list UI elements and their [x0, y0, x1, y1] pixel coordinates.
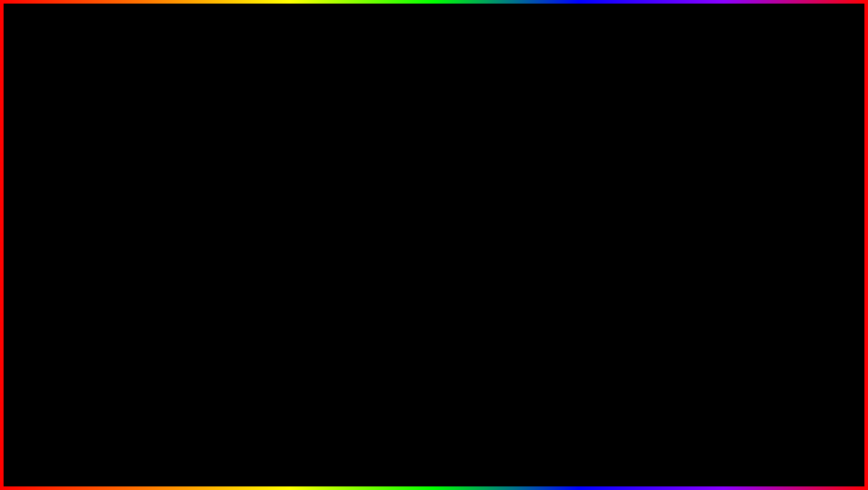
bottom-script-pastebin-text: SCRIPT PASTEBIN: [313, 441, 593, 476]
svg-point-8: [744, 398, 746, 400]
svg-point-25: [805, 396, 807, 399]
leave-insane-dungeon-row: Leave Insane Dungeon At: [351, 200, 529, 218]
back-world-caret: ∧: [519, 161, 523, 167]
right-window-titlebar: Platinium - Anime Warriors Simulator 2 -…: [351, 139, 529, 153]
character-images-area: LVL 1: [718, 379, 837, 441]
bottom-text-area: AUTO FARM SCRIPT PASTEBIN: [17, 426, 729, 480]
right-window-minimize-btn[interactable]: 🗗: [509, 143, 515, 149]
save-pos-teleport-back-btn[interactable]: button: [509, 174, 523, 179]
char-2-level: LVL 999: [783, 382, 813, 392]
auto-click-label: Auto Click: [152, 207, 177, 214]
left-window-controls: 🔍 🗗 ✕: [289, 143, 313, 149]
right-window-title: Platinium - Anime Warriors Simulator 2 -…: [366, 143, 497, 149]
auto-farm-selected-mobs-label: Auto Farm Selected Mobs: [152, 252, 215, 258]
auto-click-row: Auto Click: [146, 203, 318, 218]
auto-collect-coins-row: Auto Collect Coins: [146, 218, 318, 232]
svg-rect-30: [817, 405, 824, 418]
character-card-1: LVL 1: [718, 379, 777, 441]
leave-easy-dungeon-row: Leave Easy Dungeon At: [351, 183, 529, 200]
svg-rect-27: [798, 405, 818, 423]
left-window-body: Auto Farm Settings ∨ Mobs List Troop ∧ R…: [146, 153, 318, 281]
refresh-mobs-list-btn[interactable]: button: [297, 184, 311, 189]
auto-close-dungeon-results-label: Auto Close Dungeon Results: [357, 262, 426, 268]
right-window-body: Back World After Dungeon Pirate Town ∧ S…: [351, 153, 529, 291]
content-wrapper: ANIME WARRIORS SIMULATOR 2 Platinium - A…: [4, 4, 864, 486]
auto-dungeon-arrow: ∨: [390, 221, 394, 225]
save-pos-teleport-back-row: Save Pos To Teleport Back button: [351, 170, 529, 183]
auto-farm-current-world-row: Auto Farm Current World: [146, 232, 318, 247]
auto-dungeon-label: Auto Dungeon: [357, 220, 389, 226]
right-window-close-btn[interactable]: ✕: [518, 143, 524, 149]
mobs-list-selected: Troop: [293, 171, 306, 176]
auto-farm-section: Auto Farm ∨: [146, 193, 318, 203]
mobs-list-value[interactable]: Troop ∧: [293, 171, 311, 177]
auto-close-dungeon-results-toggle[interactable]: [506, 261, 523, 269]
title-area: ANIME WARRIORS SIMULATOR 2: [4, 13, 864, 116]
right-window-controls: 🔍 🗗 ✕: [500, 143, 524, 149]
leave-easy-dungeon-input[interactable]: [469, 187, 523, 197]
right-window: Platinium - Anime Warriors Simulator 2 -…: [350, 138, 530, 292]
auto-insane-dungeon-row: Auto Insane Dungeon: [351, 243, 529, 258]
auto-farm-arrow: ∨: [177, 196, 180, 200]
auto-farm-selected-mobs-row: Auto Farm Selected Mobs: [146, 247, 318, 262]
svg-point-16: [741, 429, 747, 432]
bottom-auto-farm-text: AUTO FARM: [17, 426, 305, 480]
auto-insane-dungeon-label: Auto Insane Dungeon: [357, 247, 409, 254]
auto-insane-dungeon-toggle[interactable]: [506, 246, 523, 254]
save-pos-teleport-back-label: Save Pos To Teleport Back: [357, 174, 421, 180]
svg-rect-11: [746, 405, 749, 408]
auto-farm-selected-mobs-no-teleport-toggle[interactable]: [295, 266, 311, 274]
left-window-close-btn[interactable]: ✕: [307, 143, 313, 149]
svg-rect-12: [734, 407, 741, 411]
left-window-minimize-btn[interactable]: 🗗: [298, 143, 304, 149]
back-world-after-dungeon-label: Back World After Dungeon: [357, 160, 421, 167]
auto-farm-selected-mobs-toggle[interactable]: [295, 251, 311, 259]
right-window-search-btn[interactable]: 🔍: [500, 143, 506, 149]
svg-point-26: [811, 396, 813, 399]
title-line1: ANIME WARRIORS: [4, 13, 864, 71]
char-2-svg: [790, 388, 826, 432]
auto-skip-room-50-toggle[interactable]: [506, 276, 523, 284]
title-line2: SIMULATOR 2: [4, 71, 864, 116]
auto-farm-label: Auto Farm: [152, 195, 175, 200]
mobs-list-caret: ∧: [308, 171, 311, 177]
left-window-search-btn[interactable]: 🔍: [289, 143, 295, 149]
auto-collect-coins-label: Auto Collect Coins: [152, 222, 197, 228]
svg-rect-29: [792, 405, 799, 418]
auto-farm-current-world-toggle[interactable]: [295, 236, 311, 244]
auto-farm-settings-arrow: ∨: [197, 160, 200, 164]
back-world-after-dungeon-row: Back World After Dungeon Pirate Town ∧: [351, 157, 529, 170]
left-window-menu-icon[interactable]: [151, 143, 158, 149]
back-world-selected: Pirate Town: [492, 161, 517, 166]
auto-easy-dungeon-row: Auto Easy Dungeon: [351, 228, 529, 243]
auto-easy-dungeon-toggle[interactable]: [506, 232, 523, 240]
left-window-titlebar: Platinium - Anime Warriors Simulator 2 -…: [146, 139, 318, 153]
svg-point-9: [750, 398, 752, 400]
auto-farm-settings-section: Auto Farm Settings ∨: [146, 157, 318, 167]
svg-rect-5: [753, 393, 756, 400]
auto-click-toggle[interactable]: [295, 206, 311, 214]
auto-easy-dungeon-label: Auto Easy Dungeon: [357, 232, 405, 239]
leave-insane-dungeon-label: Leave Insane Dungeon At: [357, 206, 419, 213]
svg-rect-10: [741, 407, 754, 423]
left-window: Platinium - Anime Warriors Simulator 2 -…: [145, 138, 318, 281]
left-window-title: Platinium - Anime Warriors Simulator 2 -…: [161, 143, 285, 149]
auto-collect-coins-toggle[interactable]: [295, 221, 311, 229]
refresh-mobs-list-label: Refresh Mobs List: [152, 183, 196, 190]
svg-point-17: [747, 429, 754, 432]
auto-farm-settings-label: Auto Farm Settings: [152, 159, 195, 165]
auto-skip-room-50-label: Auto Skip Room 50 Easy Dungeon: [357, 277, 440, 283]
leave-insane-dungeon-input[interactable]: [469, 204, 523, 215]
mobs-list-row: Mobs List Troop ∧: [146, 167, 318, 180]
auto-farm-selected-mobs-no-teleport-label: Auto Farm Selected Mobs No Teleport: [152, 267, 244, 273]
refresh-mobs-list-row: Refresh Mobs List button: [146, 180, 318, 193]
auto-skip-room-50-easy-dungeon-row: Auto Skip Room 50 Easy Dungeon: [351, 272, 529, 287]
right-window-menu-icon[interactable]: [355, 143, 362, 149]
char-1-level: LVL 1: [722, 382, 743, 392]
back-world-after-dungeon-value[interactable]: Pirate Town ∧: [492, 161, 523, 167]
mobs-list-label: Mobs List: [152, 170, 175, 177]
svg-rect-28: [806, 404, 810, 407]
svg-rect-4: [739, 393, 742, 400]
character-card-2: LVL 999: [779, 379, 837, 441]
auto-close-dungeon-results-row: Auto Close Dungeon Results: [351, 258, 529, 272]
